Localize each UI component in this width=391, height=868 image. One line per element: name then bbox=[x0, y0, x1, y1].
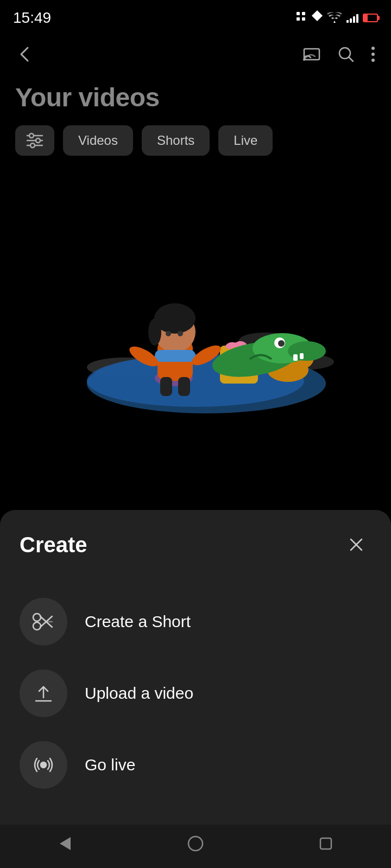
svg-point-69 bbox=[188, 837, 203, 851]
svg-point-15 bbox=[29, 133, 34, 138]
svg-point-43 bbox=[278, 340, 285, 347]
back-button[interactable] bbox=[15, 44, 35, 64]
svg-point-67 bbox=[41, 762, 46, 768]
svg-point-10 bbox=[371, 53, 375, 56]
svg-rect-0 bbox=[297, 12, 300, 15]
svg-rect-44 bbox=[293, 354, 298, 361]
upload-video-label: Upload a video bbox=[85, 684, 193, 703]
bottom-sheet-header: Create bbox=[20, 529, 371, 560]
upload-video-icon bbox=[20, 669, 67, 717]
create-short-item[interactable]: Create a Short bbox=[20, 586, 371, 658]
svg-point-60 bbox=[33, 614, 41, 621]
svg-point-6 bbox=[303, 59, 305, 61]
illustration-area bbox=[0, 172, 391, 454]
status-time: 15:49 bbox=[13, 9, 51, 27]
status-bar: 15:49 bbox=[0, 0, 391, 33]
create-short-icon bbox=[20, 598, 67, 646]
svg-rect-1 bbox=[302, 12, 305, 15]
tab-live[interactable]: Live bbox=[218, 125, 273, 156]
filter-icon-button[interactable] bbox=[15, 125, 54, 156]
android-recents-button[interactable] bbox=[316, 834, 336, 853]
cast-button[interactable] bbox=[302, 44, 321, 64]
bottom-sheet-title: Create bbox=[20, 533, 87, 557]
filter-tabs: Videos Shorts Live bbox=[0, 125, 391, 156]
upload-video-item[interactable]: Upload a video bbox=[20, 658, 371, 729]
search-button[interactable] bbox=[337, 45, 355, 63]
svg-point-61 bbox=[33, 622, 41, 630]
svg-rect-3 bbox=[302, 17, 305, 21]
android-back-button[interactable] bbox=[55, 834, 75, 853]
svg-point-9 bbox=[371, 47, 375, 50]
svg-line-8 bbox=[349, 57, 353, 61]
top-navigation bbox=[0, 33, 391, 76]
location-icon bbox=[312, 10, 323, 25]
svg-point-50 bbox=[148, 318, 161, 346]
page-title: Your videos bbox=[0, 76, 391, 125]
android-nav-bar bbox=[0, 825, 391, 868]
go-live-icon bbox=[20, 741, 67, 789]
status-icons bbox=[294, 10, 378, 26]
battery-icon bbox=[363, 14, 378, 22]
tab-videos[interactable]: Videos bbox=[63, 125, 133, 156]
more-options-button[interactable] bbox=[370, 46, 376, 63]
svg-point-16 bbox=[36, 138, 40, 143]
wifi-icon bbox=[327, 11, 342, 25]
svg-marker-68 bbox=[60, 837, 71, 850]
empty-state-illustration bbox=[54, 210, 337, 416]
svg-marker-4 bbox=[312, 10, 323, 21]
svg-point-11 bbox=[371, 59, 375, 62]
svg-point-17 bbox=[30, 143, 35, 148]
close-button[interactable] bbox=[341, 529, 371, 560]
bottom-sheet: Create Create a Short bbox=[0, 510, 391, 868]
go-live-label: Go live bbox=[85, 756, 135, 774]
svg-rect-45 bbox=[300, 353, 304, 359]
create-short-label: Create a Short bbox=[85, 612, 191, 631]
svg-rect-2 bbox=[297, 17, 300, 21]
svg-rect-53 bbox=[155, 350, 195, 362]
go-live-item[interactable]: Go live bbox=[20, 729, 371, 801]
svg-point-51 bbox=[166, 331, 171, 336]
signal-icon bbox=[346, 13, 358, 23]
android-home-button[interactable] bbox=[186, 834, 205, 853]
svg-rect-55 bbox=[178, 377, 190, 396]
svg-rect-54 bbox=[160, 377, 172, 396]
svg-point-52 bbox=[178, 331, 183, 336]
tab-shorts[interactable]: Shorts bbox=[142, 125, 210, 156]
svg-rect-70 bbox=[320, 838, 331, 849]
notification-icon bbox=[294, 10, 307, 26]
